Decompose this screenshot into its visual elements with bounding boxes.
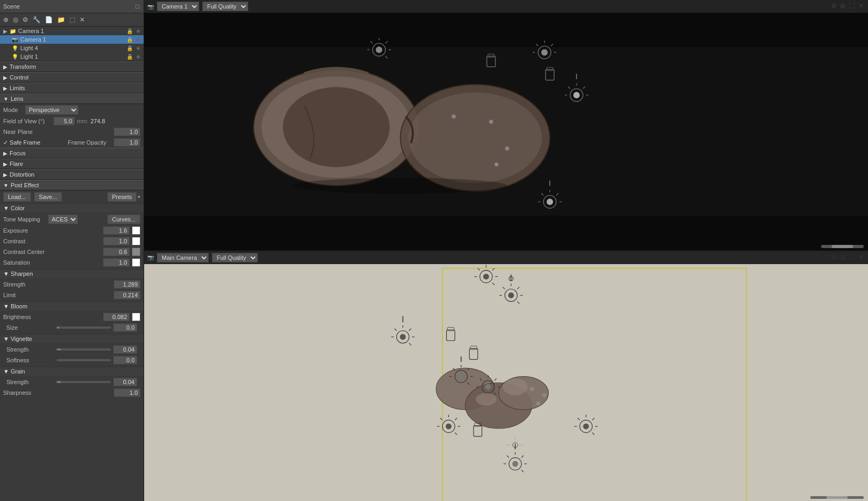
safe-frame-check[interactable]: ✓ Safe Frame	[3, 139, 41, 146]
arrow-distortion: ▶	[3, 172, 7, 178]
save-button[interactable]: Save...	[34, 192, 62, 202]
sharpen-limit-input[interactable]	[114, 291, 140, 299]
bottom-camera-select[interactable]: Main Camera	[157, 253, 209, 263]
tree-item-camera1-group[interactable]: ▶ 📁 Camera 1 🔒 ◉	[0, 27, 144, 35]
section-limits[interactable]: ▶ Limits	[0, 83, 144, 93]
top-scrollbar-thumb	[832, 245, 853, 248]
section-focus[interactable]: ▶ Focus	[0, 148, 144, 158]
mode-label: Mode	[3, 107, 22, 113]
vignette-strength-row: Strength	[3, 344, 140, 355]
vignette-strength-slider[interactable]	[57, 348, 111, 351]
frame-opacity-input[interactable]	[114, 138, 140, 147]
fov-input[interactable]	[53, 117, 75, 125]
arrow-transform: ▶	[3, 64, 7, 70]
top-quality-select[interactable]: Full Quality	[202, 2, 248, 11]
scene-tree: ▶ 📁 Camera 1 🔒 ◉ 📷 Camera 1 🔒 ◉ 💡 Light …	[0, 27, 144, 61]
curves-button[interactable]: Curves...	[107, 214, 140, 224]
tree-item-light1[interactable]: 💡 Light 1 🔒 ◉	[0, 52, 144, 61]
tree-item-light4[interactable]: 💡 Light 4 🔒 ◉	[0, 44, 144, 52]
top-viewport-scrollbar[interactable]	[821, 245, 864, 248]
bottom-viewport[interactable]: 📷 Main Camera Full Quality ⚙ ⊞ ⛶ ✕	[144, 251, 868, 502]
bottom-viewport-bg	[144, 264, 868, 502]
exposure-input[interactable]	[103, 226, 130, 235]
left-panel: Scene □ ⊕ ◎ ⚙ 🔧 📄 📁 ⬚ ✕ ▶ 📁 Camera 1 🔒 ◉	[0, 0, 144, 501]
tone-mapping-select[interactable]: ACES	[48, 214, 78, 224]
exposure-swatch	[132, 226, 140, 235]
contrast-label: Contrast	[3, 238, 101, 244]
add-icon[interactable]: ⊕	[2, 15, 10, 25]
select-icon[interactable]: ◎	[12, 15, 19, 25]
section-label-focus: Focus	[10, 150, 26, 156]
bloom-brightness-label: Brightness	[3, 314, 101, 320]
svg-point-9	[494, 162, 499, 166]
mode-select[interactable]: Perspective Orthographic	[25, 105, 78, 115]
section-distortion[interactable]: ▶ Distortion	[0, 169, 144, 180]
grain-subsection[interactable]: ▼ Grain	[0, 367, 144, 376]
arrow-control: ▶	[3, 75, 7, 81]
settings-icon[interactable]: ⚙	[21, 15, 29, 25]
scene-expand-icon[interactable]: □	[135, 2, 140, 11]
sharpen-limit-row: Limit	[3, 290, 140, 300]
section-flare[interactable]: ▶ Flare	[0, 158, 144, 169]
tree-expand-camera1: ▶	[3, 28, 7, 34]
contrast-center-label: Contrast Center	[3, 249, 101, 255]
grain-sharpness-input[interactable]	[114, 388, 140, 397]
tree-item-camera1[interactable]: 📷 Camera 1 🔒 ◉	[0, 35, 144, 44]
vignette-strength-input[interactable]	[113, 345, 137, 354]
vignette-subsection[interactable]: ▼ Vignette	[0, 334, 144, 343]
near-plane-input[interactable]	[114, 128, 140, 136]
svg-point-120	[583, 423, 589, 429]
section-lens[interactable]: ▼ Lens	[0, 93, 144, 104]
color-subsection[interactable]: ▼ Color	[0, 203, 144, 212]
scene-header[interactable]: Scene □	[0, 0, 144, 13]
section-post-effect[interactable]: ▼ Post Effect	[0, 180, 144, 190]
svg-line-23	[551, 44, 553, 46]
section-label-flare: Flare	[10, 161, 23, 167]
wrench-icon[interactable]: 🔧	[31, 15, 42, 25]
bottom-viewport-scrollbar[interactable]	[810, 496, 864, 499]
folder-icon[interactable]: 📁	[56, 15, 66, 25]
grid-icon[interactable]: ⬚	[68, 15, 76, 25]
vignette-softness-input[interactable]	[113, 356, 137, 364]
doc-icon[interactable]: 📄	[44, 15, 54, 25]
exposure-row: Exposure	[3, 225, 140, 236]
section-label-lens: Lens	[11, 96, 23, 102]
color-label: Color	[11, 205, 25, 211]
vignette-strength-fill	[57, 348, 61, 351]
top-camera-select[interactable]: Camera 1	[157, 2, 199, 11]
vignette-label: Vignette	[11, 336, 32, 342]
grain-strength-input[interactable]	[113, 378, 137, 386]
contrast-center-row: Contrast Center	[3, 246, 140, 257]
section-transform[interactable]: ▶ Transform	[0, 61, 144, 72]
lock-icon-light1: 🔒	[127, 54, 133, 60]
presets-button[interactable]: Presets	[107, 192, 137, 202]
lock-icon-camera1: 🔒	[127, 37, 133, 43]
presets-dropdown[interactable]: Presets ▾	[107, 192, 140, 202]
post-effect-content: Load... Save... Presets ▾ ▼ Color Tone M…	[0, 190, 144, 399]
svg-point-8	[505, 146, 509, 150]
section-control[interactable]: ▶ Control	[0, 72, 144, 83]
contrast-center-swatch	[132, 248, 140, 256]
bottom-quality-select[interactable]: Full Quality	[212, 253, 258, 263]
load-button[interactable]: Load...	[3, 192, 31, 202]
close-icon[interactable]: ✕	[78, 15, 86, 25]
scene-header-icons: □	[135, 2, 140, 11]
bloom-subsection[interactable]: ▼ Bloom	[0, 301, 144, 311]
bloom-size-fill	[57, 327, 59, 329]
bottom-viewport-svg	[144, 264, 868, 502]
lock-icon-light4: 🔒	[127, 45, 133, 51]
top-viewport[interactable]: 📷 Camera 1 Full Quality ⚙ ⊞ ⛶ ✕	[144, 0, 868, 251]
sharpen-strength-input[interactable]	[114, 280, 140, 289]
sharpen-subsection[interactable]: ▼ Sharpen	[0, 269, 144, 278]
svg-line-25	[536, 44, 538, 46]
contrast-input[interactable]	[103, 237, 130, 245]
bloom-brightness-input[interactable]	[103, 313, 130, 321]
bloom-size-input[interactable]	[113, 323, 137, 332]
contrast-center-input[interactable]	[103, 248, 130, 256]
section-label-limits: Limits	[10, 85, 25, 91]
bloom-size-slider[interactable]	[57, 327, 111, 329]
sharpen-label: Sharpen	[11, 271, 33, 277]
grain-strength-slider[interactable]	[57, 381, 111, 383]
saturation-input[interactable]	[103, 258, 130, 267]
vignette-softness-slider[interactable]	[57, 359, 111, 361]
